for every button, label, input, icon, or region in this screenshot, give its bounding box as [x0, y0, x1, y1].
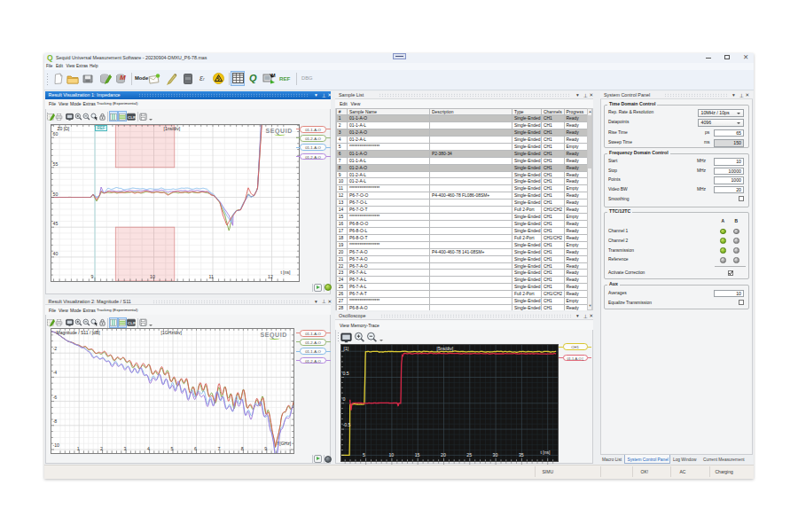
svg-text:M: M [271, 73, 276, 78]
svg-text:CLR: CLR [128, 321, 135, 325]
svg-text:CLR: CLR [128, 114, 135, 119]
svg-text:M: M [120, 74, 126, 82]
